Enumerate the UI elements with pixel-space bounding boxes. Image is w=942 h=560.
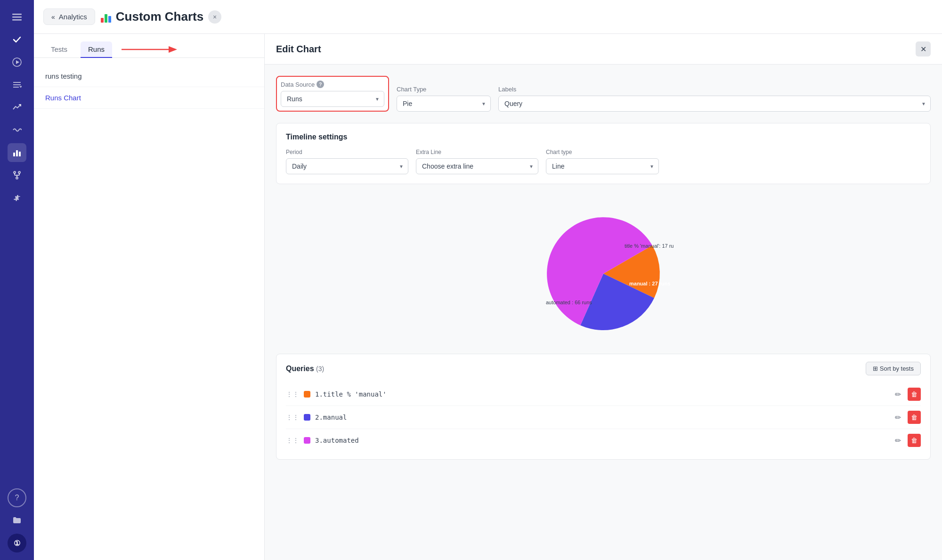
svg-rect-8 bbox=[13, 153, 15, 156]
chart-type-select[interactable]: Pie Bar Line bbox=[397, 96, 491, 112]
data-source-select[interactable]: Runs Tests bbox=[281, 91, 384, 107]
checkmark-icon[interactable] bbox=[8, 30, 26, 49]
chart-type-label: Chart Type bbox=[397, 86, 491, 93]
queries-section: Queries (3) ⊞ Sort by tests ⋮⋮ 1.title %… bbox=[276, 354, 931, 460]
period-select[interactable]: Daily Weekly Monthly bbox=[286, 158, 408, 174]
data-source-select-wrapper: Runs Tests bbox=[281, 91, 384, 107]
user-avatar[interactable]: ① bbox=[8, 534, 26, 552]
labels-select-wrapper: Query Custom bbox=[498, 96, 931, 112]
edit-chart-header: Edit Chart ✕ bbox=[265, 34, 942, 65]
info-icon: ? bbox=[317, 81, 324, 88]
list-item-runs-chart[interactable]: Runs Chart bbox=[34, 87, 264, 109]
timeline-chart-type-select-wrapper: Line Bar Area bbox=[546, 158, 659, 174]
query-delete-button-2[interactable]: 🗑 bbox=[908, 411, 921, 424]
tab-runs[interactable]: Runs bbox=[81, 41, 112, 58]
queries-count: (3) bbox=[316, 365, 324, 373]
tab-tests[interactable]: Tests bbox=[43, 41, 75, 58]
list-items: runs testing Runs Chart bbox=[34, 58, 264, 116]
tabs-row: Tests Runs bbox=[34, 34, 264, 58]
svg-rect-10 bbox=[19, 152, 21, 156]
query-label-3: 3.automated bbox=[315, 437, 888, 444]
extra-line-select[interactable]: Choose extra line bbox=[416, 158, 538, 174]
left-pane: Tests Runs runs testing Runs Chart bbox=[34, 34, 265, 560]
menu-icon[interactable] bbox=[8, 8, 26, 26]
bar-chart-icon bbox=[101, 11, 111, 23]
query-delete-button-1[interactable]: 🗑 bbox=[908, 388, 921, 401]
svg-marker-4 bbox=[16, 60, 19, 64]
list-check-icon[interactable] bbox=[8, 75, 26, 94]
pie-label-orange: title % 'manual': 17 runs bbox=[625, 243, 674, 249]
analytics-breadcrumb[interactable]: « Analytics bbox=[43, 8, 95, 25]
svg-point-11 bbox=[14, 171, 16, 173]
sort-by-tests-button[interactable]: ⊞ Sort by tests bbox=[866, 362, 921, 375]
pie-label-purple: manual : 27 runs bbox=[629, 281, 670, 286]
svg-rect-2 bbox=[12, 19, 22, 21]
labels-field: Labels Query Custom bbox=[498, 86, 931, 112]
right-pane: Edit Chart ✕ Data Source ? bbox=[265, 34, 942, 560]
chart-config-row: Data Source ? Runs Tests bbox=[276, 76, 931, 112]
settings-icon[interactable] bbox=[8, 188, 26, 207]
query-row-2: ⋮⋮ 2.manual ✏ 🗑 bbox=[286, 406, 921, 429]
fork-icon[interactable] bbox=[8, 166, 26, 185]
labels-select[interactable]: Query Custom bbox=[498, 96, 931, 112]
list-item-runs-testing[interactable]: runs testing bbox=[34, 65, 264, 87]
query-label-2: 2.manual bbox=[315, 414, 888, 421]
queries-header: Queries (3) ⊞ Sort by tests bbox=[286, 362, 921, 375]
drag-handle-2[interactable]: ⋮⋮ bbox=[286, 414, 299, 421]
period-select-wrapper: Daily Weekly Monthly bbox=[286, 158, 408, 174]
svg-rect-0 bbox=[12, 14, 22, 15]
queries-title-group: Queries (3) bbox=[286, 365, 324, 373]
query-label-1: 1.title % 'manual' bbox=[315, 390, 888, 398]
query-row-3: ⋮⋮ 3.automated ✏ 🗑 bbox=[286, 429, 921, 452]
page-title: Custom Charts bbox=[116, 9, 203, 24]
folder-icon[interactable] bbox=[8, 511, 26, 530]
svg-rect-1 bbox=[12, 16, 22, 18]
svg-point-13 bbox=[16, 177, 18, 179]
edit-chart-title: Edit Chart bbox=[276, 44, 321, 55]
help-icon[interactable]: ? bbox=[8, 488, 26, 507]
query-edit-button-1[interactable]: ✏ bbox=[893, 388, 903, 401]
arrow-indicator bbox=[122, 43, 178, 56]
chart-type-field: Chart Type Pie Bar Line bbox=[397, 86, 491, 112]
chart-container: title % 'manual': 17 runs manual : 27 ru… bbox=[276, 194, 931, 354]
query-edit-button-2[interactable]: ✏ bbox=[893, 411, 903, 424]
chart-type-select-wrapper: Pie Bar Line bbox=[397, 96, 491, 112]
close-page-button[interactable]: × bbox=[208, 10, 221, 24]
drag-handle-3[interactable]: ⋮⋮ bbox=[286, 437, 299, 444]
queries-title: Queries bbox=[286, 365, 314, 373]
timeline-chart-type-field: Chart type Line Bar Area bbox=[546, 149, 659, 174]
extra-line-select-wrapper: Choose extra line bbox=[416, 158, 538, 174]
period-field: Period Daily Weekly Monthly bbox=[286, 149, 408, 174]
top-header: « Analytics Custom Charts × bbox=[34, 0, 942, 34]
pie-chart: title % 'manual': 17 runs manual : 27 ru… bbox=[533, 203, 674, 344]
query-color-2 bbox=[304, 414, 310, 421]
query-row-1: ⋮⋮ 1.title % 'manual' ✏ 🗑 bbox=[286, 383, 921, 406]
breadcrumb-chevron: « bbox=[51, 13, 55, 21]
svg-rect-9 bbox=[16, 150, 18, 156]
query-color-1 bbox=[304, 391, 310, 398]
pie-label-magenta: automated : 66 runs bbox=[546, 300, 592, 305]
query-color-3 bbox=[304, 437, 310, 444]
query-delete-button-3[interactable]: 🗑 bbox=[908, 434, 921, 447]
drag-handle-1[interactable]: ⋮⋮ bbox=[286, 390, 299, 398]
timeline-title: Timeline settings bbox=[286, 133, 921, 141]
data-source-label: Data Source ? bbox=[281, 81, 384, 88]
timeline-chart-type-label: Chart type bbox=[546, 149, 659, 155]
content-panes: Tests Runs runs testing Runs Chart Edit … bbox=[34, 34, 942, 560]
main-content: « Analytics Custom Charts × Tests Runs bbox=[34, 0, 942, 560]
labels-label: Labels bbox=[498, 86, 931, 93]
sidebar: ? ① bbox=[0, 0, 34, 560]
edit-chart-body: Data Source ? Runs Tests bbox=[265, 65, 942, 560]
analytics-icon[interactable] bbox=[8, 143, 26, 162]
extra-line-field: Extra Line Choose extra line bbox=[416, 149, 538, 174]
period-label: Period bbox=[286, 149, 408, 155]
trending-up-icon[interactable] bbox=[8, 98, 26, 117]
timeline-chart-type-select[interactable]: Line Bar Area bbox=[546, 158, 659, 174]
extra-line-label: Extra Line bbox=[416, 149, 538, 155]
wave-icon[interactable] bbox=[8, 121, 26, 139]
close-chart-button[interactable]: ✕ bbox=[916, 41, 931, 57]
timeline-section: Timeline settings Period Daily Weekly Mo… bbox=[276, 123, 931, 184]
query-edit-button-3[interactable]: ✏ bbox=[893, 434, 903, 447]
data-source-field: Data Source ? Runs Tests bbox=[276, 76, 389, 112]
play-icon[interactable] bbox=[8, 53, 26, 72]
